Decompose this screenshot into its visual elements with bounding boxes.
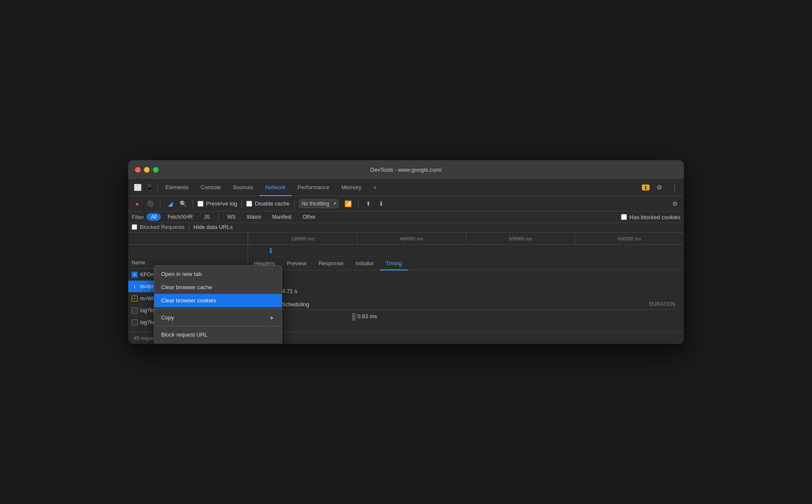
tick-3: 500000 ms: [466, 233, 575, 244]
copy-arrow-icon: ►: [270, 315, 275, 321]
toolbar-sep-5: [358, 199, 359, 208]
ctx-copy[interactable]: Copy ►: [154, 311, 282, 324]
window-title: DevTools - www.google.com/: [371, 167, 442, 173]
detail-tabs: Headers Preview Response Initiator Timin…: [248, 257, 684, 270]
toolbar-sep-4: [294, 199, 294, 208]
detail-started-row-2: Started at 4.71 s: [256, 288, 675, 294]
ctx-sep-2: [154, 326, 282, 326]
filter-chip-js[interactable]: JS: [200, 213, 214, 221]
filter-icon[interactable]: ◢: [165, 198, 176, 209]
ctx-sep-1: [154, 309, 282, 309]
timeline-header: 100000 ms 400000 ms 500000 ms 600000 ms: [128, 233, 684, 245]
window-controls: [135, 167, 159, 173]
detail-content: d at 4.71 s Started at 4.71 s Resource S…: [248, 270, 684, 332]
maximize-button[interactable]: [153, 167, 159, 173]
toolbar-sep-1: [160, 199, 160, 208]
disable-cache-checkbox[interactable]: [246, 201, 252, 207]
hide-data-urls-label: Hide data URLs: [194, 224, 233, 230]
detail-tab-initiator[interactable]: Initiator: [350, 257, 380, 270]
throttle-select[interactable]: No throttling Fast 3G Slow 3G Offline: [299, 199, 338, 208]
tick-2: 400000 ms: [357, 233, 466, 244]
timeline-bar-area: [248, 245, 684, 256]
export-icon[interactable]: ⬇: [376, 198, 387, 209]
blocked-requests-checkbox[interactable]: [132, 224, 137, 230]
minimize-button[interactable]: [144, 167, 150, 173]
detail-tab-response[interactable]: Response: [312, 257, 350, 270]
title-bar: DevTools - www.google.com/: [128, 160, 684, 179]
more-options-icon[interactable]: ⋮: [668, 182, 680, 193]
ctx-open-new-tab[interactable]: Open in new tab: [154, 267, 282, 281]
filter-label: Filter: [132, 214, 144, 220]
filter-chip-all[interactable]: All: [147, 213, 161, 221]
request-icon-4: □: [132, 319, 138, 325]
disable-cache-label[interactable]: Disable cache: [246, 200, 290, 207]
filter-sep-2: [189, 223, 189, 231]
tab-elements[interactable]: Elements: [159, 179, 194, 196]
tab-console[interactable]: Console: [194, 179, 227, 196]
filter-chip-manifest[interactable]: Manifest: [268, 213, 296, 221]
throttle-wrapper: No throttling Fast 3G Slow 3G Offline: [299, 199, 338, 208]
timeline-row-left: [128, 245, 248, 256]
ctx-block-domain[interactable]: Block request domain: [154, 341, 282, 344]
cursor-icon[interactable]: ⬜: [132, 182, 144, 193]
timeline-header-ticks: 100000 ms 400000 ms 500000 ms 600000 ms: [248, 233, 684, 244]
ctx-block-url[interactable]: Block request URL: [154, 328, 282, 341]
search-icon[interactable]: 🔍: [177, 198, 188, 209]
devtools-tabs-right: 1 ⚙ ⋮: [642, 182, 680, 193]
filter-chip-fetch-xhr[interactable]: Fetch/XHR: [163, 213, 197, 221]
blocked-req-row: Blocked Requests: [132, 224, 185, 230]
filter-bar-2: Blocked Requests Hide data URLs: [128, 223, 684, 233]
toolbar-sep-2: [193, 199, 193, 208]
ctx-clear-cookies[interactable]: Clear browser cookies: [154, 294, 282, 307]
context-menu: Open in new tab Clear browser cache Clea…: [154, 265, 282, 344]
filter-bar: Filter All Fetch/XHR JS WS Wasm Manifest…: [128, 211, 684, 223]
detail-panel: Headers Preview Response Initiator Timin…: [248, 257, 684, 332]
section-header: Resource Scheduling DURATION: [256, 301, 675, 310]
filter-chip-wasm[interactable]: Wasm: [242, 213, 265, 221]
preserve-log-checkbox[interactable]: [197, 201, 203, 207]
settings-icon[interactable]: ⚙: [653, 182, 665, 193]
filter-bar-right: Has blocked cookies: [621, 214, 680, 220]
detail-tab-preview[interactable]: Preview: [281, 257, 312, 270]
tab-performance[interactable]: Performance: [291, 179, 335, 196]
filter-sep-1: [218, 213, 219, 221]
timeline-bar: [270, 248, 272, 253]
queueing-value: 0.83 ms: [357, 313, 377, 321]
close-button[interactable]: [135, 167, 141, 173]
preserve-log-label[interactable]: Preserve log: [197, 200, 237, 207]
has-blocked-cookies-label[interactable]: Has blocked cookies: [621, 214, 680, 220]
device-toggle-icon[interactable]: 📱: [144, 182, 156, 193]
request-icon-2: !: [132, 296, 138, 302]
import-icon[interactable]: ⬆: [363, 198, 374, 209]
tab-memory[interactable]: Memory: [335, 179, 368, 196]
timeline-waterfall-row: [128, 245, 684, 257]
network-toolbar: ● ⚫ ◢ 🔍 Preserve log Disable cache No th…: [128, 196, 684, 211]
queueing-row: Queueing 0.83 ms: [256, 313, 675, 321]
detail-tab-timing[interactable]: Timing: [380, 257, 409, 270]
content-area: Name i KFOmChqEu92F... i m=bm51tf ! m=Wt…: [128, 257, 684, 332]
timeline-header-name: [128, 233, 248, 244]
notification-badge: 1: [642, 185, 650, 190]
section-col: DURATION: [649, 301, 675, 308]
tab-sources[interactable]: Sources: [227, 179, 259, 196]
devtools-tab-bar: ⬜ 📱 Elements Console Sources Network Per…: [128, 179, 684, 196]
filter-chip-ws[interactable]: WS: [223, 213, 240, 221]
wifi-icon[interactable]: 📶: [343, 198, 354, 209]
record-button[interactable]: ●: [132, 198, 143, 209]
network-settings-icon[interactable]: ⚙: [669, 198, 680, 209]
toolbar-sep-3: [241, 199, 242, 208]
detail-started-row-1: d at 4.71 s: [256, 277, 675, 284]
has-blocked-cookies-checkbox[interactable]: [621, 214, 627, 220]
tab-more[interactable]: »: [368, 179, 382, 196]
filter-chip-other[interactable]: Other: [298, 213, 320, 221]
queueing-bar: [352, 313, 356, 321]
clear-button[interactable]: ⚫: [144, 198, 156, 209]
ctx-clear-cache[interactable]: Clear browser cache: [154, 281, 282, 294]
request-icon-1: i: [132, 284, 138, 290]
request-icon-3: □: [132, 308, 138, 314]
tab-network[interactable]: Network: [259, 179, 292, 196]
tick-1: 100000 ms: [248, 233, 357, 244]
devtools-window: DevTools - www.google.com/ ⬜ 📱 Elements …: [128, 160, 684, 344]
blocked-requests-label: Blocked Requests: [140, 224, 185, 230]
request-icon-0: i: [132, 272, 138, 278]
